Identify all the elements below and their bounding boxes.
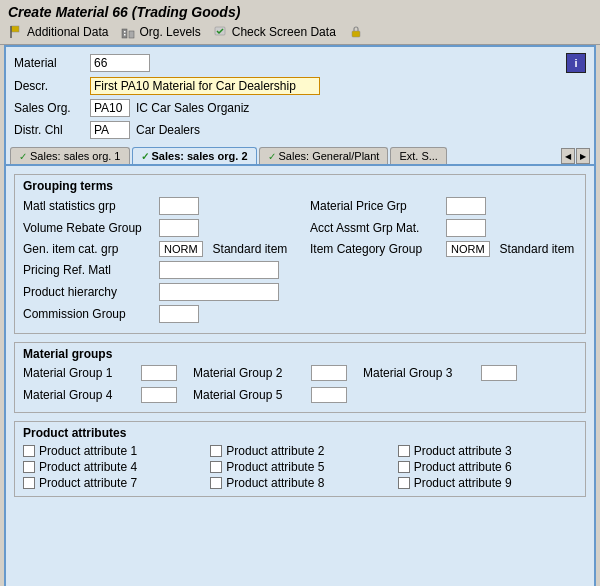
attr-item-8: Product attribute 8 bbox=[210, 476, 389, 490]
mg3-input[interactable] bbox=[481, 365, 517, 381]
volume-rebate-row: Volume Rebate Group bbox=[23, 219, 290, 237]
attr-checkbox-8[interactable] bbox=[210, 477, 222, 489]
attr-item-5: Product attribute 5 bbox=[210, 460, 389, 474]
gen-item-norm: NORM bbox=[159, 241, 203, 257]
svg-rect-4 bbox=[124, 31, 126, 33]
matl-stats-grp-input[interactable] bbox=[159, 197, 199, 215]
svg-rect-3 bbox=[129, 31, 134, 38]
attr-label-8: Product attribute 8 bbox=[226, 476, 324, 490]
commission-group-input[interactable] bbox=[159, 305, 199, 323]
item-category-label: Item Category Group bbox=[310, 242, 440, 256]
gen-item-label: Gen. item cat. grp bbox=[23, 242, 153, 256]
attr-label-2: Product attribute 2 bbox=[226, 444, 324, 458]
tab-sales-org-1[interactable]: ✓ Sales: sales org. 1 bbox=[10, 147, 130, 164]
lock-icon bbox=[348, 24, 364, 40]
distr-chl-row: Distr. Chl Car Dealers bbox=[14, 121, 586, 139]
mg3-label: Material Group 3 bbox=[363, 366, 473, 380]
toolbar-lock[interactable] bbox=[348, 24, 364, 40]
acct-assmt-row: Acct Assmt Grp Mat. bbox=[310, 219, 577, 237]
gen-item-row: Gen. item cat. grp NORM Standard item bbox=[23, 241, 290, 257]
tab-ext-s[interactable]: Ext. S... bbox=[390, 147, 447, 164]
flag-icon bbox=[8, 24, 24, 40]
descr-input[interactable] bbox=[90, 77, 320, 95]
mg4-label: Material Group 4 bbox=[23, 388, 133, 402]
material-groups-title: Material groups bbox=[23, 347, 577, 361]
tab-sales-general[interactable]: ✓ Sales: General/Plant bbox=[259, 147, 389, 164]
attr-item-3: Product attribute 3 bbox=[398, 444, 577, 458]
tab-scroll-right[interactable]: ▶ bbox=[576, 148, 590, 164]
attr-checkbox-5[interactable] bbox=[210, 461, 222, 473]
mg-row-5: Material Group 5 bbox=[193, 387, 347, 403]
product-attributes-title: Product attributes bbox=[23, 426, 577, 440]
mg1-input[interactable] bbox=[141, 365, 177, 381]
sales-org-label: Sales Org. bbox=[14, 101, 84, 115]
attr-label-1: Product attribute 1 bbox=[39, 444, 137, 458]
attr-item-9: Product attribute 9 bbox=[398, 476, 577, 490]
mg-row-3: Material Group 3 bbox=[363, 365, 517, 381]
acct-assmt-label: Acct Assmt Grp Mat. bbox=[310, 221, 440, 235]
material-input[interactable] bbox=[90, 54, 150, 72]
attr-label-7: Product attribute 7 bbox=[39, 476, 137, 490]
tab-sales-org-2[interactable]: ✓ Sales: sales org. 2 bbox=[132, 147, 257, 164]
mg-row-4: Material Group 4 bbox=[23, 387, 177, 403]
distr-chl-label: Distr. Chl bbox=[14, 123, 84, 137]
attr-label-4: Product attribute 4 bbox=[39, 460, 137, 474]
acct-assmt-input[interactable] bbox=[446, 219, 486, 237]
attr-checkbox-2[interactable] bbox=[210, 445, 222, 457]
product-attributes-section: Product attributes Product attribute 1 P… bbox=[14, 421, 586, 497]
attr-checkbox-4[interactable] bbox=[23, 461, 35, 473]
mg-row-2: Material Group 2 bbox=[193, 365, 347, 381]
title-bar: Create Material 66 (Trading Goods) bbox=[0, 0, 600, 22]
mg4-input[interactable] bbox=[141, 387, 177, 403]
tab-check-icon-3: ✓ bbox=[268, 151, 276, 162]
material-price-grp-input[interactable] bbox=[446, 197, 486, 215]
mg5-label: Material Group 5 bbox=[193, 388, 303, 402]
material-price-grp-row: Material Price Grp bbox=[310, 197, 577, 215]
attr-checkbox-1[interactable] bbox=[23, 445, 35, 457]
attr-label-9: Product attribute 9 bbox=[414, 476, 512, 490]
attr-item-4: Product attribute 4 bbox=[23, 460, 202, 474]
attr-checkbox-9[interactable] bbox=[398, 477, 410, 489]
check-screen-icon bbox=[213, 24, 229, 40]
material-row: Material i bbox=[14, 53, 586, 73]
tab-label-3: Sales: General/Plant bbox=[279, 150, 380, 162]
toolbar-org-levels[interactable]: Org. Levels bbox=[120, 24, 200, 40]
additional-data-label: Additional Data bbox=[27, 25, 108, 39]
product-hier-label: Product hierarchy bbox=[23, 285, 153, 299]
material-label: Material bbox=[14, 56, 84, 70]
product-attr-grid: Product attribute 1 Product attribute 2 … bbox=[23, 444, 577, 490]
toolbar-additional-data[interactable]: Additional Data bbox=[8, 24, 108, 40]
distr-chl-input[interactable] bbox=[90, 121, 130, 139]
attr-checkbox-7[interactable] bbox=[23, 477, 35, 489]
material-groups-section: Material groups Material Group 1 Materia… bbox=[14, 342, 586, 413]
attr-label-3: Product attribute 3 bbox=[414, 444, 512, 458]
volume-rebate-input[interactable] bbox=[159, 219, 199, 237]
attr-checkbox-6[interactable] bbox=[398, 461, 410, 473]
material-price-grp-label: Material Price Grp bbox=[310, 199, 440, 213]
gen-item-suffix: Standard item bbox=[213, 242, 288, 256]
tab-check-icon-2: ✓ bbox=[141, 151, 149, 162]
pricing-ref-label: Pricing Ref. Matl bbox=[23, 263, 153, 277]
product-hier-row: Product hierarchy bbox=[23, 283, 290, 301]
tab-label-2: Sales: sales org. 2 bbox=[152, 150, 248, 162]
attr-item-1: Product attribute 1 bbox=[23, 444, 202, 458]
attr-label-6: Product attribute 6 bbox=[414, 460, 512, 474]
info-button[interactable]: i bbox=[566, 53, 586, 73]
sales-org-input[interactable] bbox=[90, 99, 130, 117]
svg-rect-5 bbox=[124, 34, 126, 36]
tab-label-4: Ext. S... bbox=[399, 150, 438, 162]
tab-scroll-left[interactable]: ◀ bbox=[561, 148, 575, 164]
page-title: Create Material 66 (Trading Goods) bbox=[8, 4, 240, 20]
attr-checkbox-3[interactable] bbox=[398, 445, 410, 457]
main-content: Grouping terms Matl statistics grp Volum… bbox=[4, 164, 596, 586]
item-category-norm: NORM bbox=[446, 241, 490, 257]
toolbar-check-screen[interactable]: Check Screen Data bbox=[213, 24, 336, 40]
attr-label-5: Product attribute 5 bbox=[226, 460, 324, 474]
descr-row: Descr. bbox=[14, 77, 586, 95]
mg2-label: Material Group 2 bbox=[193, 366, 303, 380]
pricing-ref-input[interactable] bbox=[159, 261, 279, 279]
mg5-input[interactable] bbox=[311, 387, 347, 403]
mg2-input[interactable] bbox=[311, 365, 347, 381]
product-hier-input[interactable] bbox=[159, 283, 279, 301]
attr-item-7: Product attribute 7 bbox=[23, 476, 202, 490]
